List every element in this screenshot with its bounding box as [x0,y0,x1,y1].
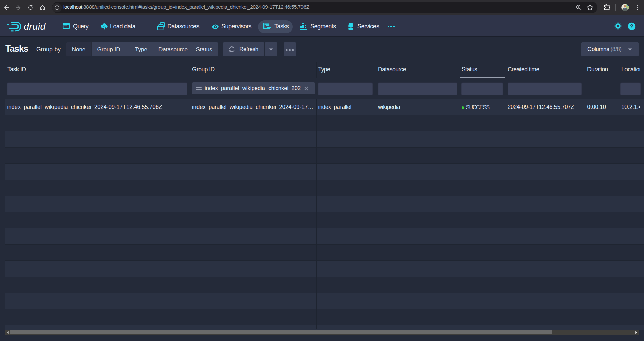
svg-text:?: ? [630,23,633,30]
